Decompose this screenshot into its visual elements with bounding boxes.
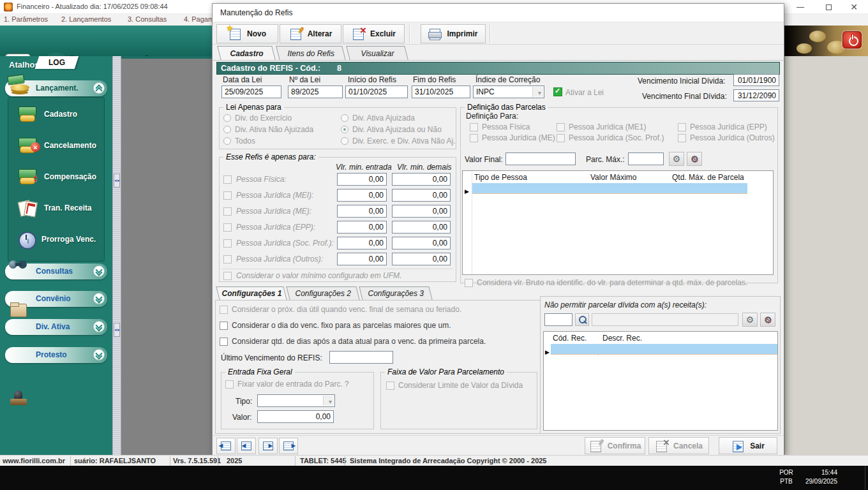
receitas-grid[interactable]: Cód. Rec. Descr. Rec. <box>543 331 778 431</box>
check-refis-pf[interactable] <box>223 175 232 184</box>
minimize-button[interactable]: — <box>786 0 814 14</box>
maximize-button[interactable] <box>814 0 842 14</box>
tab-configuracoes-3[interactable]: Configurações 3 <box>359 286 432 300</box>
language-indicator[interactable]: POR PTB <box>775 468 798 487</box>
tab-visualizar[interactable]: Visualizar <box>346 46 408 60</box>
ufm-checkbox[interactable] <box>223 272 232 280</box>
check-refis-soc-prof[interactable] <box>223 239 232 248</box>
menu-consultas[interactable]: 3. Consultas <box>128 15 167 23</box>
add-receita-button[interactable] <box>742 313 758 327</box>
ativar-lei-checkbox[interactable] <box>553 87 562 96</box>
check-refis-outros[interactable] <box>223 255 232 264</box>
add-parcela-button[interactable] <box>669 152 684 166</box>
demais-input[interactable]: 0,00 <box>392 237 451 249</box>
radio-div-ativa-ajuizada[interactable] <box>341 114 348 122</box>
demais-input[interactable]: 0,00 <box>392 189 451 202</box>
limite-divida-checkbox[interactable] <box>386 382 394 390</box>
entrada-input[interactable]: 0,00 <box>337 221 387 234</box>
expand-button[interactable] <box>93 293 105 304</box>
sidebar-item-cancelamento[interactable]: Cancelamento <box>17 131 113 160</box>
check-pessoa-fisica[interactable] <box>470 123 478 131</box>
next-record-button[interactable] <box>258 438 278 454</box>
num-lei-input[interactable]: 89/2025 <box>288 85 343 98</box>
menu-parametros[interactable]: 1. Parâmetros <box>4 15 48 23</box>
demais-input[interactable]: 0,00 <box>392 205 451 218</box>
sidebar-item-tran-receita[interactable]: Tran. Receita <box>17 194 113 222</box>
novo-button[interactable]: Novo <box>216 24 278 43</box>
demais-input[interactable]: 0,00 <box>392 173 451 186</box>
sidebar-group-protesto[interactable]: Protesto <box>5 347 107 363</box>
first-record-button[interactable] <box>216 438 236 454</box>
imprimir-button[interactable]: Imprimir <box>421 24 486 43</box>
sidebar-group-div-ativa[interactable]: Div. Ativa <box>5 319 107 335</box>
tab-configuracoes-1[interactable]: Configurações 1 <box>216 286 287 300</box>
alterar-button[interactable]: Alterar <box>280 24 341 43</box>
entrada-input[interactable]: 0,00 <box>337 205 387 218</box>
show-desktop-button[interactable] <box>865 466 868 490</box>
radio-div-ativa-nao-ajuizada[interactable] <box>223 126 231 133</box>
parc-max-input[interactable] <box>628 152 664 165</box>
check-refis-epp[interactable] <box>223 223 232 232</box>
check-refis-me[interactable] <box>223 207 232 216</box>
sidebar-tab-log[interactable]: LOG <box>35 56 79 69</box>
check-dia-venc-fixo[interactable] <box>220 322 228 330</box>
sidebar-item-compensacao[interactable]: Compensação <box>17 163 113 191</box>
remove-parcela-button[interactable] <box>687 152 702 166</box>
tipo-select[interactable] <box>257 394 335 407</box>
fim-input[interactable]: 31/10/2025 <box>412 85 470 98</box>
search-receita-button[interactable] <box>575 313 589 326</box>
sair-button[interactable]: Sair <box>719 437 777 454</box>
excluir-button[interactable]: Excluir <box>343 24 405 43</box>
collapse-button[interactable] <box>93 82 105 94</box>
radio-div-exercicio[interactable] <box>223 114 231 122</box>
check-prox-dia-util[interactable] <box>220 306 228 314</box>
check-qtd-dias[interactable] <box>220 338 228 346</box>
receita-codigo-input[interactable] <box>544 313 572 326</box>
valor-input[interactable]: 0,00 <box>257 410 334 423</box>
check-pj-me[interactable] <box>470 134 478 142</box>
demais-input[interactable]: 0,00 <box>392 221 451 234</box>
check-pj-me1[interactable] <box>557 123 565 131</box>
entrada-input[interactable]: 0,00 <box>337 189 387 202</box>
sidebar-item-cadastro[interactable]: Cadastro <box>17 100 113 128</box>
confirma-button[interactable]: Confirma <box>585 437 645 454</box>
radio-todos[interactable] <box>223 137 231 145</box>
sidebar-splitter[interactable] <box>112 56 121 455</box>
splitter-handle[interactable] <box>114 323 120 337</box>
check-pj-outros[interactable] <box>678 134 686 142</box>
previous-record-button[interactable] <box>237 438 256 454</box>
receita-descricao-input[interactable] <box>592 313 738 326</box>
expand-button[interactable] <box>93 321 105 332</box>
sidebar-item-prorroga-venc[interactable]: Prorroga Venc. <box>17 225 113 253</box>
menu-lancamentos[interactable]: 2. Lançamentos <box>61 15 111 23</box>
entrada-input[interactable]: 0,00 <box>337 237 387 249</box>
check-pj-soc-prof[interactable] <box>557 134 565 142</box>
tab-configuracoes-2[interactable]: Configurações 2 <box>286 286 359 300</box>
last-record-button[interactable] <box>279 438 298 454</box>
ultimo-venc-input[interactable] <box>329 351 393 364</box>
parcelas-grid[interactable]: Tipo de Pessoa Valor Máximo Qtd. Máx. de… <box>462 170 774 275</box>
selected-row[interactable] <box>472 183 747 194</box>
entrada-input[interactable]: 0,00 <box>337 173 387 186</box>
check-refis-mei[interactable] <box>223 191 232 200</box>
power-button[interactable] <box>842 31 862 48</box>
radio-div-exerc-e-div-ativa[interactable] <box>341 137 348 145</box>
remove-receita-button[interactable] <box>760 313 775 327</box>
inicio-input[interactable]: 01/10/2025 <box>345 85 408 98</box>
close-button[interactable]: ✕ <box>840 0 868 14</box>
venc-inicial-input[interactable]: 01/01/1900 <box>733 74 779 86</box>
expand-button[interactable] <box>93 349 105 360</box>
indice-select[interactable]: INPC <box>473 85 544 98</box>
data-lei-input[interactable]: 25/09/2025 <box>221 85 281 98</box>
venc-final-input[interactable]: 31/12/2090 <box>733 89 779 101</box>
valor-final-input[interactable] <box>505 152 576 165</box>
check-pj-epp[interactable] <box>678 123 686 131</box>
expand-button[interactable] <box>93 265 105 277</box>
demais-input[interactable]: 0,00 <box>392 253 451 265</box>
tab-itens-do-refis[interactable]: Itens do Refis <box>276 46 345 60</box>
selected-row[interactable] <box>551 344 777 355</box>
tab-cadastro[interactable]: Cadastro <box>217 46 275 60</box>
cancela-button[interactable]: Cancela <box>648 437 709 454</box>
dialog-titlebar[interactable]: Manutenção do Refis <box>213 4 784 22</box>
clock-indicator[interactable]: 15:44 29/09/2025 <box>798 468 837 487</box>
